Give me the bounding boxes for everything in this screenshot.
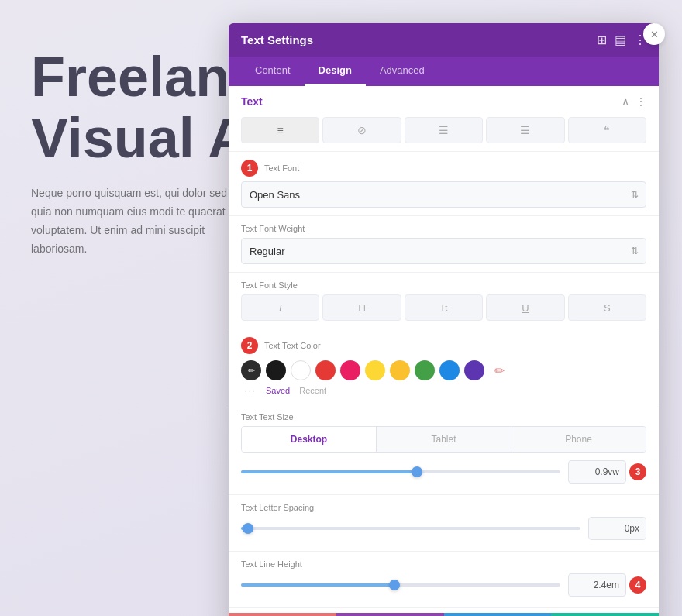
- shadow-field-group: Text Shadow: [229, 607, 659, 613]
- font-label: Text Font: [264, 163, 299, 173]
- badge-1: 1: [241, 160, 258, 177]
- modal-header: Text Settings ⊞ ▤ ⋮: [229, 23, 659, 57]
- font-select[interactable]: Open Sans: [241, 181, 646, 208]
- color-edit-icon[interactable]: ✏: [489, 360, 509, 380]
- size-label: Text Text Size: [241, 412, 646, 422]
- size-device-tabs: Desktop Tablet Phone: [241, 426, 646, 453]
- alignment-row: ≡ ⊘ ☰ ☰ ❝: [229, 114, 659, 151]
- collapse-icon[interactable]: ∧: [622, 95, 629, 108]
- modal-close-button[interactable]: ✕: [643, 23, 665, 45]
- color-swatches-row: ✏ ✏: [241, 360, 646, 380]
- size-slider-thumb[interactable]: [412, 466, 422, 477]
- weight-label: Text Font Weight: [241, 224, 646, 233]
- size-tab-desktop[interactable]: Desktop: [242, 427, 377, 452]
- color-green[interactable]: [415, 360, 435, 380]
- align-left-btn[interactable]: ≡: [241, 117, 319, 143]
- align-right-btn[interactable]: ☰: [486, 117, 564, 143]
- capitalize-btn[interactable]: Tt: [405, 294, 483, 321]
- align-none-btn[interactable]: ⊘: [322, 117, 401, 143]
- size-slider-row: 0.9vw 3: [241, 460, 646, 484]
- eyedropper-btn[interactable]: ✏: [241, 360, 261, 380]
- line-height-slider-row: 2.4em 4: [241, 573, 646, 597]
- uppercase-btn[interactable]: TT: [322, 294, 401, 321]
- letter-spacing-slider-row: 0px: [241, 517, 646, 540]
- font-select-wrapper: Open Sans ⇅: [241, 181, 646, 208]
- redo-button[interactable]: ↻: [444, 613, 552, 616]
- size-slider-fill: [241, 470, 417, 473]
- color-red[interactable]: [315, 360, 336, 380]
- tab-advanced[interactable]: Advanced: [366, 57, 439, 86]
- color-purple[interactable]: [464, 360, 484, 380]
- color-white[interactable]: [291, 360, 311, 380]
- style-label: Text Font Style: [241, 280, 646, 290]
- letter-spacing-label: Text Letter Spacing: [241, 503, 646, 512]
- save-button[interactable]: ✓: [551, 613, 659, 616]
- style-field-group: Text Font Style I TT Tt U S: [229, 272, 659, 329]
- badge-4: 4: [629, 576, 646, 594]
- modal-footer: ✕ ↺ ↻ ✓: [229, 613, 659, 616]
- align-justify-btn[interactable]: ❝: [568, 117, 646, 143]
- line-height-field-group: Text Line Height 2.4em 4: [229, 551, 659, 607]
- line-height-label: Text Line Height: [241, 559, 646, 569]
- style-buttons: I TT Tt U S: [241, 294, 646, 321]
- badge-3: 3: [629, 463, 646, 480]
- color-blue[interactable]: [439, 360, 460, 380]
- section-title: Text: [241, 95, 263, 108]
- modal-body: Text ∧ ⋮ ≡ ⊘ ☰ ☰ ❝ 1 Text Font Open Sans: [229, 86, 659, 613]
- color-black[interactable]: [266, 360, 286, 380]
- line-height-slider-fill: [241, 583, 394, 587]
- size-slider-track: [241, 470, 560, 473]
- settings-icon[interactable]: ⊞: [597, 33, 607, 47]
- color-field-group: 2 Text Text Color ✏ ✏ ··· Saved Recent: [229, 329, 659, 404]
- font-field-group: 1 Text Font Open Sans ⇅: [229, 151, 659, 215]
- italic-btn[interactable]: I: [241, 294, 319, 321]
- tab-design[interactable]: Design: [305, 57, 366, 86]
- letter-spacing-field-group: Text Letter Spacing 0px: [229, 494, 659, 551]
- letter-spacing-value[interactable]: 0px: [588, 517, 646, 540]
- weight-select[interactable]: Regular: [241, 238, 646, 264]
- line-height-slider-track: [241, 583, 560, 587]
- size-tab-phone[interactable]: Phone: [512, 427, 646, 452]
- weight-select-wrapper: Regular ⇅: [241, 238, 646, 264]
- weight-field-group: Text Font Weight Regular ⇅: [229, 215, 659, 272]
- color-label: Text Text Color: [264, 341, 321, 350]
- line-height-value[interactable]: 2.4em: [568, 573, 626, 597]
- letter-spacing-slider-thumb[interactable]: [243, 523, 253, 534]
- letter-spacing-slider-track: [241, 527, 580, 530]
- section-controls: ∧ ⋮: [622, 95, 646, 108]
- text-section-header: Text ∧ ⋮: [229, 86, 659, 114]
- cancel-button[interactable]: ✕: [229, 613, 336, 616]
- size-tab-tablet[interactable]: Tablet: [377, 427, 512, 452]
- recent-label[interactable]: Recent: [299, 386, 326, 395]
- color-yellow-light[interactable]: [365, 360, 385, 380]
- line-height-slider-thumb[interactable]: [389, 580, 400, 590]
- modal-tabs: Content Design Advanced: [229, 57, 659, 86]
- section-more-icon[interactable]: ⋮: [636, 95, 646, 108]
- tab-content[interactable]: Content: [241, 57, 305, 86]
- color-pink[interactable]: [340, 360, 360, 380]
- undo-button[interactable]: ↺: [336, 613, 444, 616]
- size-field-group: Text Text Size Desktop Tablet Phone: [229, 404, 659, 494]
- size-value[interactable]: 0.9vw: [568, 460, 626, 484]
- strikethrough-btn[interactable]: S: [568, 294, 646, 321]
- modal-title: Text Settings: [241, 33, 313, 46]
- text-settings-modal: Text Settings ⊞ ▤ ⋮ Content Design Advan…: [229, 23, 659, 616]
- columns-icon[interactable]: ▤: [615, 33, 626, 47]
- badge-2: 2: [241, 337, 258, 354]
- saved-label[interactable]: Saved: [266, 386, 290, 395]
- color-yellow-dark[interactable]: [390, 360, 410, 380]
- align-center-btn[interactable]: ☰: [405, 117, 483, 143]
- header-icons: ⊞ ▤ ⋮: [597, 33, 646, 47]
- underline-btn[interactable]: U: [486, 294, 564, 321]
- color-dots: ···: [244, 385, 257, 396]
